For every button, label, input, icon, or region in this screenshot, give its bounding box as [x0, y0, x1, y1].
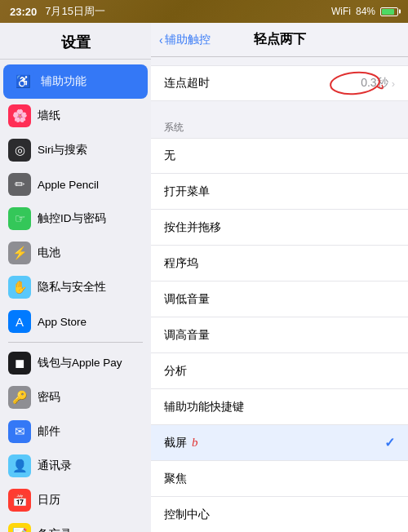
- option-checkmark-screenshot: ✓: [384, 435, 395, 450]
- option-row-code[interactable]: 程序坞: [151, 246, 408, 282]
- sidebar-label-calendar: 日历: [38, 493, 60, 508]
- option-row-none[interactable]: 无: [151, 138, 408, 174]
- sidebar-item-privacy[interactable]: ✋隐私与安全性: [0, 270, 151, 304]
- sidebar-item-mail[interactable]: ✉邮件: [0, 415, 151, 449]
- sidebar-header: 设置: [0, 23, 151, 60]
- status-date: 7月15日周一: [45, 4, 105, 19]
- sidebar-label-mail: 邮件: [38, 424, 60, 439]
- battery-fill: [382, 9, 394, 15]
- option-label-lower-vol: 调低音量: [164, 292, 210, 307]
- status-right: WiFi 84%: [331, 6, 398, 17]
- timeout-value-text: 0.3秒: [361, 76, 388, 91]
- option-row-shortcut[interactable]: 辅助功能快捷键: [151, 389, 408, 425]
- sidebar-item-appstore[interactable]: AApp Store: [0, 304, 151, 339]
- battery-icon: [380, 7, 398, 16]
- option-row-press-drag[interactable]: 按住并拖移: [151, 210, 408, 246]
- option-label-none: 无: [164, 149, 175, 163]
- status-bar: 23:20 7月15日周一 WiFi 84%: [0, 0, 408, 23]
- wifi-icon: WiFi: [331, 6, 351, 17]
- option-row-screenshot[interactable]: 截屏b✓: [151, 425, 408, 461]
- watermark: ※花语轻歌: [355, 515, 400, 527]
- timeout-chevron-icon: ›: [392, 78, 395, 90]
- option-label-screenshot: 截屏b: [164, 436, 198, 450]
- back-chevron-icon: ‹: [159, 33, 163, 47]
- option-label-analytics: 分析: [164, 364, 187, 379]
- sidebar-icon-siri: ◎: [8, 139, 31, 162]
- sidebar-label-siri: Siri与搜索: [38, 143, 88, 157]
- sidebar-item-touchid[interactable]: ☞触控ID与密码: [0, 202, 151, 236]
- option-label-raise-vol: 调高音量: [164, 328, 210, 343]
- sidebar-title: 设置: [61, 34, 91, 51]
- option-label-shortcut: 辅助功能快捷键: [164, 400, 244, 415]
- sidebar-icon-appstore: A: [8, 310, 31, 333]
- sidebar-label-appstore: App Store: [38, 316, 86, 328]
- sidebar-item-battery[interactable]: ⚡电池: [0, 236, 151, 270]
- option-label-open-menu: 打开菜单: [164, 184, 210, 199]
- back-button[interactable]: ‹ 辅助触控: [159, 33, 211, 47]
- sidebar-icon-accessibility: ♿: [11, 70, 34, 93]
- sidebar-icon-password: 🔑: [8, 386, 31, 409]
- status-time: 23:20: [10, 6, 37, 18]
- option-row-analytics[interactable]: 分析: [151, 353, 408, 389]
- sidebar-icon-pencil: ✏: [8, 173, 31, 196]
- right-panel: ‹ 辅助触控 轻点两下 连点超时 0.3秒 › 系统: [151, 23, 408, 532]
- sidebar-label-password: 密码: [38, 390, 60, 405]
- sidebar-item-contacts[interactable]: 👤通讯录: [0, 449, 151, 483]
- option-label-code: 程序坞: [164, 256, 198, 271]
- timeout-label: 连点超时: [164, 76, 210, 91]
- sidebar-item-pencil[interactable]: ✏Apple Pencil: [0, 167, 151, 202]
- right-header: ‹ 辅助触控 轻点两下: [151, 23, 408, 57]
- sidebar-label-battery: 电池: [38, 246, 60, 260]
- sidebar-items[interactable]: ♿辅助功能🌸墙纸◎Siri与搜索✏Apple Pencil☞触控ID与密码⚡电池…: [0, 60, 151, 532]
- sidebar-divider: [8, 342, 143, 343]
- option-label-press-drag: 按住并拖移: [164, 220, 221, 235]
- sidebar-label-privacy: 隐私与安全性: [38, 280, 106, 295]
- sidebar-item-notes[interactable]: 📝备忘录: [0, 517, 151, 532]
- sidebar-icon-calendar: 📅: [8, 489, 31, 512]
- option-label-focus: 聚焦: [164, 472, 187, 486]
- sidebar-icon-privacy: ✋: [8, 276, 31, 299]
- option-row-open-menu[interactable]: 打开菜单: [151, 174, 408, 210]
- option-label-control-center: 控制中心: [164, 508, 210, 522]
- sidebar-icon-notes: 📝: [8, 523, 31, 532]
- sidebar-icon-contacts: 👤: [8, 454, 31, 477]
- sidebar-item-calendar[interactable]: 📅日历: [0, 483, 151, 517]
- handwriting-annotation: b: [192, 436, 198, 449]
- sidebar-item-siri[interactable]: ◎Siri与搜索: [0, 133, 151, 167]
- option-row-raise-vol[interactable]: 调高音量: [151, 317, 408, 353]
- system-group-label: 系统: [151, 114, 408, 138]
- battery-percent: 84%: [356, 6, 375, 17]
- sidebar-icon-wallet: ◼: [8, 352, 31, 375]
- timeout-value: 0.3秒 ›: [361, 76, 395, 91]
- sidebar-label-wallpaper: 墙纸: [38, 109, 60, 123]
- sidebar-label-pencil: Apple Pencil: [38, 179, 99, 191]
- sidebar-icon-battery: ⚡: [8, 242, 31, 264]
- sidebar-item-wallpaper[interactable]: 🌸墙纸: [0, 99, 151, 133]
- option-row-focus[interactable]: 聚焦: [151, 461, 408, 497]
- sidebar-item-wallet[interactable]: ◼钱包与Apple Pay: [0, 346, 151, 380]
- sidebar-icon-touchid: ☞: [8, 207, 31, 230]
- sidebar-item-password[interactable]: 🔑密码: [0, 380, 151, 415]
- sidebar-icon-mail: ✉: [8, 420, 31, 443]
- main-layout: 设置 ♿辅助功能🌸墙纸◎Siri与搜索✏Apple Pencil☞触控ID与密码…: [0, 23, 408, 532]
- sidebar-label-wallet: 钱包与Apple Pay: [38, 356, 122, 370]
- option-row-lower-vol[interactable]: 调低音量: [151, 282, 408, 317]
- sidebar-label-notes: 备忘录: [38, 527, 72, 532]
- sidebar-label-accessibility: 辅助功能: [41, 74, 86, 89]
- sidebar-item-accessibility[interactable]: ♿辅助功能: [3, 64, 148, 99]
- timeout-row[interactable]: 连点超时 0.3秒 ›: [151, 65, 408, 101]
- sidebar: 设置 ♿辅助功能🌸墙纸◎Siri与搜索✏Apple Pencil☞触控ID与密码…: [0, 23, 151, 532]
- sidebar-label-touchid: 触控ID与密码: [38, 211, 106, 226]
- back-label: 辅助触控: [165, 33, 211, 47]
- right-content[interactable]: 连点超时 0.3秒 › 系统 无打开菜单按住并拖移程序坞调低音量调高音量分析辅助…: [151, 57, 408, 532]
- sidebar-icon-wallpaper: 🌸: [8, 104, 31, 127]
- sidebar-label-contacts: 通讯录: [38, 459, 72, 473]
- right-title: 轻点两下: [254, 31, 306, 48]
- options-list: 无打开菜单按住并拖移程序坞调低音量调高音量分析辅助功能快捷键截屏b✓聚焦控制中心…: [151, 138, 408, 532]
